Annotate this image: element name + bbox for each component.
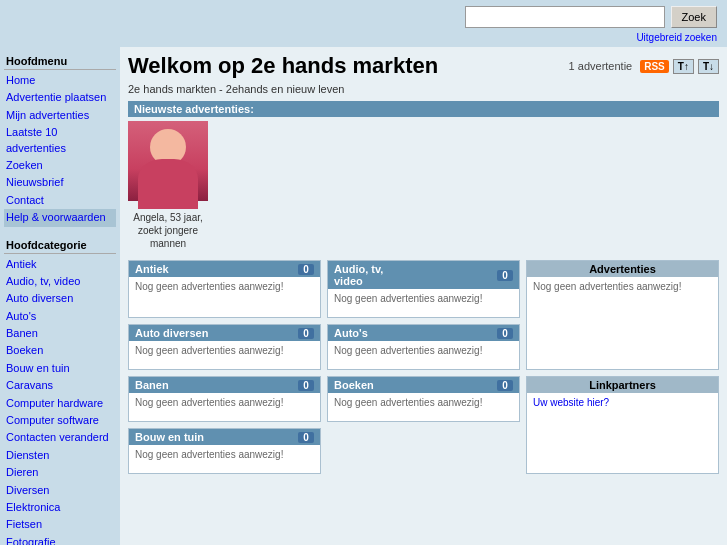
cat-linkpartners-label: Linkpartners — [589, 379, 656, 391]
cat-boeken: Boeken 0 Nog geen advertenties aanwezig! — [327, 376, 520, 422]
categories-grid: Antiek 0 Nog geen advertenties aanwezig!… — [128, 260, 719, 474]
cat-antiek: Antiek 0 Nog geen advertenties aanwezig! — [128, 260, 321, 318]
sidebar-item-advertentie-plaatsen[interactable]: Advertentie plaatsen — [4, 89, 116, 106]
cat-boeken-count: 0 — [497, 380, 513, 391]
cat-autos-header[interactable]: Auto's 0 — [328, 325, 519, 341]
sidebar-main-menu-title: Hoofdmenu — [4, 51, 116, 70]
cat-autos-count: 0 — [497, 328, 513, 339]
sidebar-item-nieuwsbrief[interactable]: Nieuwsbrief — [4, 174, 116, 191]
sidebar-item-mijn-advertenties[interactable]: Mijn advertenties — [4, 107, 116, 124]
cat-boeken-body: Nog geen advertenties aanwezig! — [328, 393, 519, 421]
cat-autos: Auto's 0 Nog geen advertenties aanwezig! — [327, 324, 520, 370]
cat-autos-label: Auto's — [334, 327, 368, 339]
font-decrease-button[interactable]: T↓ — [698, 59, 719, 74]
sidebar-item-laatste-10[interactable]: Laatste 10 advertenties — [4, 124, 116, 157]
sidebar-item-zoeken[interactable]: Zoeken — [4, 157, 116, 174]
cat-bouw-en-tuin-body: Nog geen advertenties aanwezig! — [129, 445, 320, 473]
search-button[interactable]: Zoek — [671, 6, 717, 28]
cat-auto-diversen-header[interactable]: Auto diversen 0 — [129, 325, 320, 341]
sidebar-cat-contacten[interactable]: Contacten veranderd — [4, 429, 116, 446]
cat-auto-diversen: Auto diversen 0 Nog geen advertenties aa… — [128, 324, 321, 370]
cat-advertenties: Advertenties Nog geen advertenties aanwe… — [526, 260, 719, 370]
ad-description: Angela, 53 jaar, zoekt jongere mannen — [128, 211, 208, 250]
cat-bouw-en-tuin-label: Bouw en tuin — [135, 431, 204, 443]
content-area: Welkom op 2e hands markten 1 advertentie… — [120, 47, 727, 545]
cat-auto-diversen-label: Auto diversen — [135, 327, 208, 339]
cat-auto-diversen-count: 0 — [298, 328, 314, 339]
page-title: Welkom op 2e hands markten — [128, 53, 569, 79]
cat-banen-label: Banen — [135, 379, 169, 391]
cat-banen-header[interactable]: Banen 0 — [129, 377, 320, 393]
sidebar-cat-auto-diversen[interactable]: Auto diversen — [4, 290, 116, 307]
sidebar-cat-audio[interactable]: Audio, tv, video — [4, 273, 116, 290]
cat-audio-count: 0 — [497, 270, 513, 281]
cat-linkpartners-header: Linkpartners — [527, 377, 718, 393]
cat-linkpartners: Linkpartners Uw website hier? — [526, 376, 719, 474]
sidebar-cat-diensten[interactable]: Diensten — [4, 447, 116, 464]
cat-bouw-en-tuin: Bouw en tuin 0 Nog geen advertenties aan… — [128, 428, 321, 474]
sidebar: Hoofdmenu Home Advertentie plaatsen Mijn… — [0, 47, 120, 545]
newest-ads-section: € Angela, 53 jaar, zoekt jongere mannen — [128, 121, 719, 250]
cat-advertenties-header: Advertenties — [527, 261, 718, 277]
cat-advertenties-label: Advertenties — [589, 263, 656, 275]
cat-banen-body: Nog geen advertenties aanwezig! — [129, 393, 320, 421]
sidebar-cat-banen[interactable]: Banen — [4, 325, 116, 342]
sidebar-cat-caravans[interactable]: Caravans — [4, 377, 116, 394]
cat-advertenties-body: Nog geen advertenties aanwezig! — [527, 277, 718, 305]
font-increase-button[interactable]: T↑ — [673, 59, 694, 74]
sidebar-cat-antiek[interactable]: Antiek — [4, 256, 116, 273]
sidebar-cat-bouw-en-tuin[interactable]: Bouw en tuin — [4, 360, 116, 377]
cat-audio: Audio, tv,video 0 Nog geen advertenties … — [327, 260, 520, 318]
cat-antiek-count: 0 — [298, 264, 314, 275]
cat-audio-body: Nog geen advertenties aanwezig! — [328, 289, 519, 317]
cat-antiek-body: Nog geen advertenties aanwezig! — [129, 277, 320, 305]
rss-icon[interactable]: RSS — [640, 60, 669, 73]
cat-banen-count: 0 — [298, 380, 314, 391]
cat-banen: Banen 0 Nog geen advertenties aanwezig! — [128, 376, 321, 422]
sidebar-cat-autos[interactable]: Auto's — [4, 308, 116, 325]
sidebar-item-contact[interactable]: Contact — [4, 192, 116, 209]
cat-autos-body: Nog geen advertenties aanwezig! — [328, 341, 519, 369]
ad-item[interactable]: € Angela, 53 jaar, zoekt jongere mannen — [128, 121, 208, 250]
ad-thumbnail-image — [128, 121, 208, 201]
cat-linkpartners-body: Uw website hier? — [527, 393, 718, 421]
search-input[interactable] — [465, 6, 665, 28]
newest-ads-header: Nieuwste advertenties: — [128, 101, 719, 117]
linkpartners-link[interactable]: Uw website hier? — [533, 397, 609, 408]
cat-antiek-label: Antiek — [135, 263, 169, 275]
cat-auto-diversen-body: Nog geen advertenties aanwezig! — [129, 341, 320, 369]
sidebar-cat-computer-software[interactable]: Computer software — [4, 412, 116, 429]
cat-boeken-header[interactable]: Boeken 0 — [328, 377, 519, 393]
sidebar-item-help[interactable]: Help & voorwaarden — [4, 209, 116, 226]
cat-bouw-en-tuin-header[interactable]: Bouw en tuin 0 — [129, 429, 320, 445]
advanced-search-link[interactable]: Uitgebreid zoeken — [636, 32, 717, 43]
sidebar-cat-computer-hardware[interactable]: Computer hardware — [4, 395, 116, 412]
sidebar-categories-title: Hoofdcategorie — [4, 235, 116, 254]
sidebar-cat-boeken[interactable]: Boeken — [4, 342, 116, 359]
empty-cell — [327, 428, 520, 474]
sidebar-cat-diversen[interactable]: Diversen — [4, 482, 116, 499]
cat-bouw-en-tuin-count: 0 — [298, 432, 314, 443]
cat-antiek-header[interactable]: Antiek 0 — [129, 261, 320, 277]
page-subtitle: 2e hands markten - 2ehands en nieuw leve… — [128, 83, 719, 95]
sidebar-cat-dieren[interactable]: Dieren — [4, 464, 116, 481]
cat-audio-label: Audio, tv,video — [334, 263, 383, 287]
advert-count: 1 advertentie — [569, 60, 633, 72]
cat-audio-header[interactable]: Audio, tv,video 0 — [328, 261, 519, 289]
cat-boeken-label: Boeken — [334, 379, 374, 391]
sidebar-item-home[interactable]: Home — [4, 72, 116, 89]
sidebar-cat-fietsen[interactable]: Fietsen — [4, 516, 116, 533]
sidebar-cat-fotografie[interactable]: Fotografie — [4, 534, 116, 545]
sidebar-cat-elektronica[interactable]: Elektronica — [4, 499, 116, 516]
